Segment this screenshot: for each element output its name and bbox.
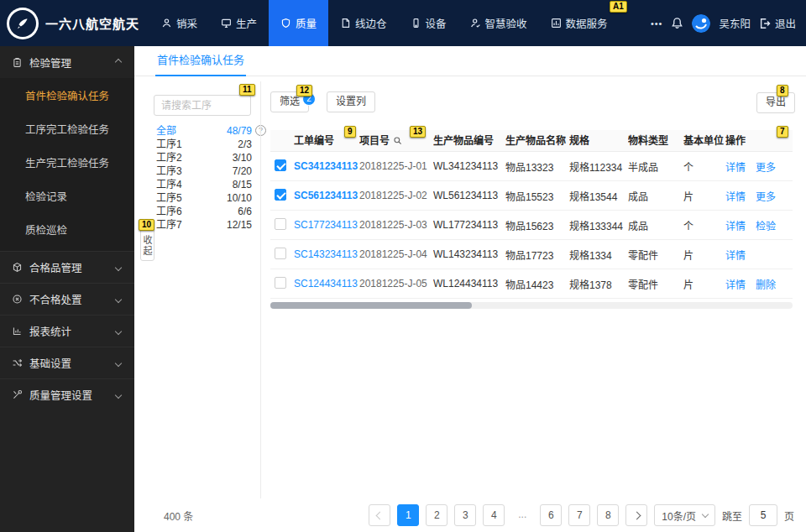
action-detail-link[interactable]: 详情 xyxy=(725,248,746,262)
column-search-icon[interactable] xyxy=(393,136,402,145)
unit: 片 xyxy=(683,277,725,291)
horizontal-scrollbar-thumb[interactable] xyxy=(270,302,472,309)
action-delete-link[interactable]: 删除 xyxy=(756,277,776,291)
process-item[interactable]: 工序510/10 xyxy=(156,191,252,205)
user-avatar[interactable] xyxy=(692,14,710,33)
process-item[interactable]: 工序23/10 xyxy=(156,151,252,164)
material-type: 半成品 xyxy=(628,159,683,174)
header-item-code: 生产物品编号 xyxy=(433,130,505,152)
action-more-link[interactable]: 更多 xyxy=(756,159,776,174)
material-type: 成品 xyxy=(628,189,683,203)
row-checkbox[interactable] xyxy=(275,189,286,201)
horizontal-scrollbar-track xyxy=(270,302,793,309)
clipboard-icon xyxy=(12,57,23,68)
project-number: 20181225-J-02 xyxy=(359,190,433,201)
page-button-3[interactable]: 3 xyxy=(454,504,476,526)
tools-icon xyxy=(12,389,23,400)
sidebar-item-process-completion-inspection[interactable]: 工序完工检验任务 xyxy=(0,113,134,147)
order-number-link[interactable]: SC124434113 xyxy=(294,278,358,289)
notification-bell-icon[interactable] xyxy=(671,17,683,29)
next-page-button[interactable] xyxy=(625,504,647,526)
chevron-down-icon xyxy=(702,510,709,517)
sidebar-section-quality-management-settings[interactable]: 质量管理设置 xyxy=(0,378,134,410)
page-button-2[interactable]: 2 xyxy=(426,504,447,526)
sidebar-item-inspection-records[interactable]: 检验记录 xyxy=(0,180,134,214)
page-size-select[interactable]: 10条/页 xyxy=(654,504,715,526)
process-label: 工序7 xyxy=(156,218,182,232)
action-detail-link[interactable]: 详情 xyxy=(725,277,746,291)
sidebar-item-quality-patrol[interactable]: 质检巡检 xyxy=(0,214,134,248)
process-count: 12/15 xyxy=(227,218,252,232)
page-button-8[interactable]: 8 xyxy=(597,504,619,526)
sidebar-section-qualified-products[interactable]: 合格品管理 xyxy=(0,251,134,283)
process-label: 工序2 xyxy=(156,151,182,164)
row-checkbox[interactable] xyxy=(275,277,286,289)
row-checkbox[interactable] xyxy=(275,248,286,259)
header-unit: 基本单位 xyxy=(683,130,725,152)
nav-item-data-service[interactable]: 数据服务 xyxy=(539,0,620,46)
user-name[interactable]: 吴东阳 xyxy=(719,15,751,31)
table-footer: 400 条 1 2 3 4 ... 6 7 8 10条/页 跳至 页 xyxy=(134,498,806,532)
cube-icon xyxy=(12,262,23,273)
process-label: 工序5 xyxy=(156,191,182,205)
page-button-1[interactable]: 1 xyxy=(397,504,419,526)
order-number-link[interactable]: SC177234113 xyxy=(294,219,358,231)
page-button-6[interactable]: 6 xyxy=(540,504,562,526)
collapse-panel-button[interactable]: 收起 xyxy=(140,227,154,261)
process-item[interactable]: 工序712/15 xyxy=(156,218,252,232)
process-item[interactable]: 工序48/15 xyxy=(156,178,252,191)
sidebar-section-basic-settings[interactable]: 基础设置 xyxy=(0,347,134,378)
bar-chart-icon xyxy=(551,18,562,29)
process-item[interactable]: 工序66/6 xyxy=(156,205,252,218)
nav-item-quality[interactable]: 质量 xyxy=(269,0,328,46)
material-type: 成品 xyxy=(628,218,683,232)
action-inspect-link[interactable]: 检验 xyxy=(756,218,776,232)
process-count: 8/15 xyxy=(233,178,252,191)
chevron-down-icon xyxy=(115,359,122,366)
company-logo-icon xyxy=(7,8,39,39)
logout-button[interactable]: 退出 xyxy=(759,15,796,31)
sidebar-item-production-completion-inspection[interactable]: 生产完工检验任务 xyxy=(0,147,134,180)
nav-item-sales[interactable]: 销采 xyxy=(149,0,209,46)
process-label: 工序4 xyxy=(156,178,182,191)
chevron-down-icon xyxy=(115,295,122,302)
brand-name: 一六八航空航天 xyxy=(45,14,139,32)
som-badge-7: 7 xyxy=(777,126,788,138)
sidebar-section-nonconforming-disposal[interactable]: 不合格处置 xyxy=(0,283,134,315)
action-detail-link[interactable]: 详情 xyxy=(725,189,746,203)
column-settings-button[interactable]: 设置列 xyxy=(327,91,375,112)
order-number-link[interactable]: SC341234113 xyxy=(294,160,358,172)
process-item[interactable]: 工序12/3 xyxy=(156,138,252,151)
sidebar-section-inspection-management[interactable]: 检验管理 xyxy=(0,46,134,78)
action-detail-link[interactable]: 详情 xyxy=(725,218,746,232)
unit: 个 xyxy=(683,218,725,232)
nav-item-production[interactable]: 生产 xyxy=(209,0,269,46)
som-badge-A1: A1 xyxy=(610,1,627,13)
jump-page-input[interactable] xyxy=(749,504,777,526)
sidebar-item-first-article-inspection[interactable]: 首件检验确认任务 xyxy=(0,80,134,113)
export-button[interactable]: 导出 xyxy=(756,92,795,113)
row-checkbox[interactable] xyxy=(275,159,286,171)
process-item[interactable]: 工序37/20 xyxy=(156,164,252,178)
action-more-link[interactable]: 更多 xyxy=(756,189,776,203)
item-name: 物品13323 xyxy=(505,159,569,174)
unit: 片 xyxy=(683,189,725,203)
nav-item-smart-acceptance[interactable]: 智慧验收 xyxy=(458,0,539,46)
more-menu-button[interactable]: ••• xyxy=(651,18,663,29)
page-button-7[interactable]: 7 xyxy=(568,504,590,526)
page-button-4[interactable]: 4 xyxy=(483,504,505,526)
sidebar-section-report-statistics[interactable]: 报表统计 xyxy=(0,315,134,347)
prev-page-button[interactable] xyxy=(369,504,390,526)
nav-label: 智慧验收 xyxy=(485,15,527,31)
order-number-link[interactable]: SC561234113 xyxy=(294,190,358,201)
action-detail-link[interactable]: 详情 xyxy=(725,159,746,174)
process-item-all[interactable]: 全部 48/79 ? xyxy=(156,124,252,138)
order-number-link[interactable]: SC143234113 xyxy=(294,248,358,260)
som-badge-12: 12 xyxy=(296,85,312,96)
row-checkbox[interactable] xyxy=(275,218,286,230)
process-search-input[interactable] xyxy=(154,95,251,116)
tab-first-article-inspection[interactable]: 首件检验确认任务 xyxy=(155,46,246,76)
nav-item-equipment[interactable]: 设备 xyxy=(399,0,458,46)
nav-item-line-warehouse[interactable]: 线边仓 xyxy=(328,0,399,46)
section-label: 基础设置 xyxy=(29,355,71,371)
